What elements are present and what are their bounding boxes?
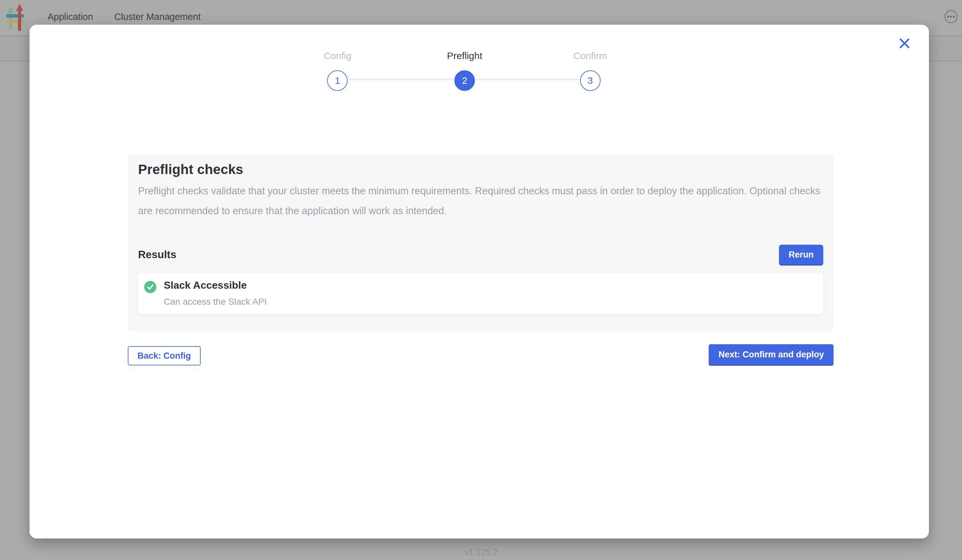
back-button[interactable]: Back: Config xyxy=(128,346,201,365)
step-label: Preflight xyxy=(447,50,482,61)
preflight-modal: Config 1 Preflight 2 Confirm 3 Preflight… xyxy=(29,25,929,539)
ellipsis-menu-icon[interactable] xyxy=(944,10,958,24)
version-label: v1.125.2 xyxy=(0,547,962,557)
preflight-panel: Preflight checks Preflight checks valida… xyxy=(128,155,834,331)
results-header-row: Results Rerun xyxy=(138,245,823,265)
check-icon xyxy=(144,281,157,294)
nav-item-cluster-management[interactable]: Cluster Management xyxy=(114,11,201,22)
step-circle: 3 xyxy=(580,70,600,91)
preflight-result-row: Slack Accessible Can access the Slack AP… xyxy=(138,273,823,314)
result-detail: Can access the Slack API xyxy=(164,297,267,307)
results-label: Results xyxy=(138,249,176,261)
nav-item-application[interactable]: Application xyxy=(47,11,93,22)
panel-title: Preflight checks xyxy=(138,162,823,177)
panel-description: Preflight checks validate that your clus… xyxy=(138,181,823,221)
step-confirm: Confirm 3 xyxy=(573,50,607,91)
step-config: Config 1 xyxy=(324,50,352,91)
stepper-connector xyxy=(349,79,454,80)
step-circle: 1 xyxy=(327,70,348,91)
step-label: Confirm xyxy=(573,50,607,61)
result-title: Slack Accessible xyxy=(164,279,247,291)
next-button[interactable]: Next: Confirm and deploy xyxy=(709,344,834,365)
step-label: Config xyxy=(324,50,352,61)
stepper-connector xyxy=(476,79,580,80)
app-logo-icon xyxy=(6,4,25,31)
rerun-button[interactable]: Rerun xyxy=(779,245,823,265)
step-preflight: Preflight 2 xyxy=(447,50,482,91)
wizard-stepper: Config 1 Preflight 2 Confirm 3 xyxy=(29,25,929,108)
step-circle: 2 xyxy=(454,70,475,91)
